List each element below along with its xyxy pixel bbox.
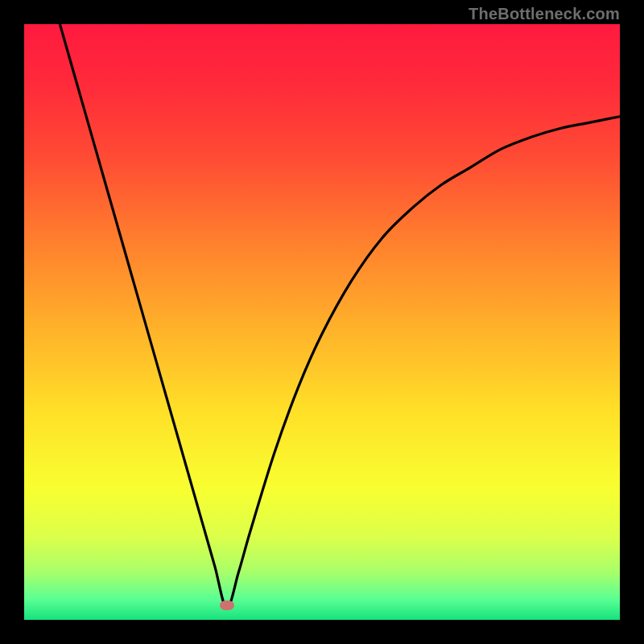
bottleneck-curve [24, 24, 620, 620]
chart-frame: TheBottleneck.com [0, 0, 644, 644]
plot-area [24, 24, 620, 620]
bottleneck-marker [220, 601, 234, 610]
watermark-text: TheBottleneck.com [469, 5, 620, 23]
